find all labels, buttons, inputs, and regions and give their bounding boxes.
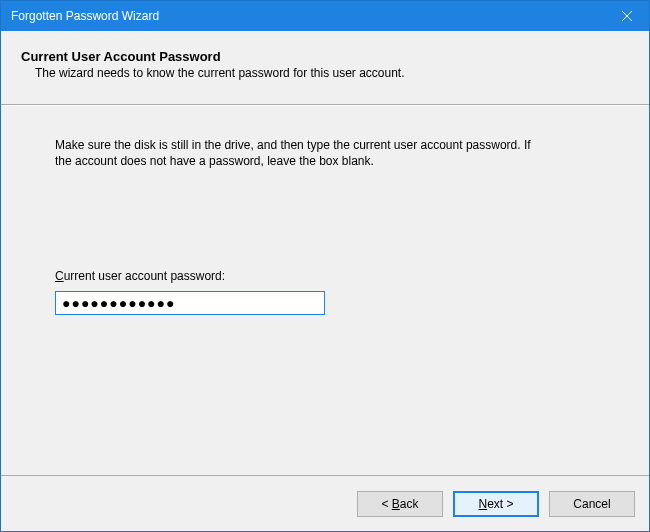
next-button[interactable]: Next > [453, 491, 539, 517]
password-label: Current user account password: [55, 269, 595, 283]
instruction-text: Make sure the disk is still in the drive… [55, 138, 535, 169]
titlebar: Forgotten Password Wizard [1, 1, 649, 31]
wizard-content: Make sure the disk is still in the drive… [1, 105, 649, 475]
page-title: Current User Account Password [21, 49, 629, 64]
page-subtitle: The wizard needs to know the current pas… [35, 66, 629, 80]
close-button[interactable] [604, 1, 649, 31]
cancel-button[interactable]: Cancel [549, 491, 635, 517]
window-title: Forgotten Password Wizard [11, 9, 159, 23]
password-label-accel: C [55, 269, 64, 283]
password-input[interactable] [55, 291, 325, 315]
close-icon [622, 11, 632, 21]
wizard-header: Current User Account Password The wizard… [1, 31, 649, 105]
wizard-footer: < Back Next > Cancel [1, 475, 649, 531]
wizard-window: Forgotten Password Wizard Current User A… [0, 0, 650, 532]
back-button[interactable]: < Back [357, 491, 443, 517]
password-label-rest: urrent user account password: [64, 269, 225, 283]
